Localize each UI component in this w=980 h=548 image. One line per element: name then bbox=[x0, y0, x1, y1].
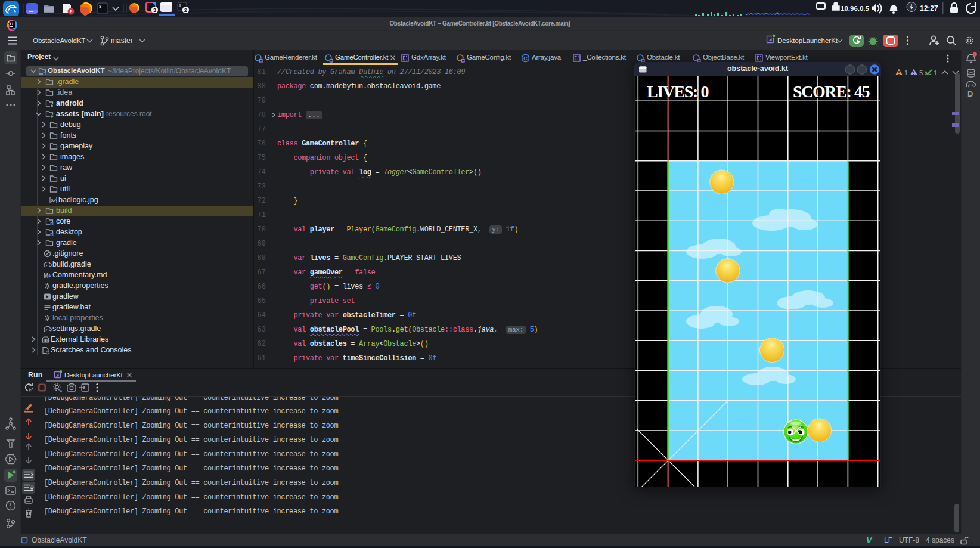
svg-text:DesktopLauncherKt: DesktopLauncherKt bbox=[777, 37, 838, 44]
svg-text:$_: $_ bbox=[99, 4, 104, 9]
svg-text:SCORE: 45: SCORE: 45 bbox=[793, 82, 870, 101]
svg-text:12:27: 12:27 bbox=[920, 4, 938, 13]
svg-text:10.96.0.5: 10.96.0.5 bbox=[841, 5, 870, 12]
svg-text:2: 2 bbox=[184, 7, 187, 13]
svg-text:1: 1 bbox=[934, 69, 937, 76]
svg-text:ObstacleAvoidKT: ObstacleAvoidKT bbox=[33, 37, 86, 44]
svg-text:V: V bbox=[866, 536, 873, 544]
svg-text:5: 5 bbox=[919, 69, 923, 76]
svg-text:3: 3 bbox=[153, 7, 156, 13]
svg-text:D: D bbox=[967, 89, 973, 98]
svg-text:LIVES: 0: LIVES: 0 bbox=[647, 82, 709, 101]
svg-text:master: master bbox=[111, 36, 133, 45]
svg-text:$_: $_ bbox=[179, 4, 184, 8]
svg-text:1: 1 bbox=[904, 69, 908, 76]
